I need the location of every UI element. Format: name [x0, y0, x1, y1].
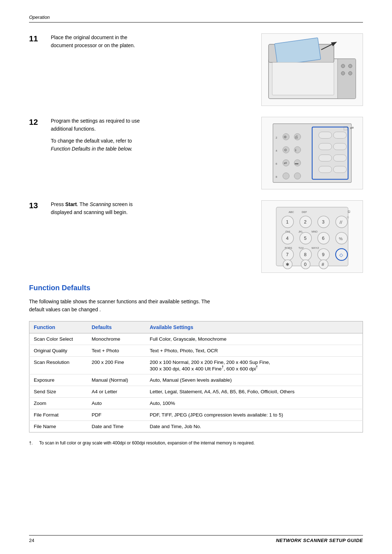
cell-available: Date and Time, Job No. [146, 421, 363, 432]
svg-text:4: 4 [275, 149, 277, 152]
svg-text:⬚: ⬚ [343, 126, 348, 131]
cell-defaults: Auto [87, 398, 146, 409]
svg-rect-34 [319, 155, 332, 161]
cell-available: Auto, Manual (Seven levels available) [146, 374, 363, 386]
table-row: File NameDate and TimeDate and Time, Job… [29, 421, 363, 432]
svg-point-6 [348, 64, 352, 68]
svg-text:2: 2 [304, 219, 307, 225]
table-body: Scan Color SelectMonochromeFull Color, G… [29, 333, 363, 432]
cell-defaults: PDF [87, 409, 146, 421]
step-13-image: ABC DEF 1 2 3 // GHI JKL [261, 200, 363, 273]
svg-point-8 [348, 71, 352, 75]
svg-text:JKL: JKL [298, 230, 303, 233]
svg-text:8: 8 [304, 252, 307, 257]
step-12: 12 Program the settings as required to u… [29, 117, 363, 189]
footer-page-number: 24 [29, 538, 34, 543]
table-row: Scan Color SelectMonochromeFull Color, G… [29, 333, 363, 345]
cell-defaults: Monochrome [87, 333, 146, 345]
svg-point-29 [294, 173, 301, 179]
svg-text:⊕: ⊕ [283, 135, 287, 139]
step-11-line1: Place the original document in thedocume… [51, 33, 254, 50]
svg-rect-30 [319, 132, 332, 139]
header: Operation [29, 15, 363, 22]
svg-text:MNO: MNO [311, 230, 318, 233]
cell-defaults: Date and Time [87, 421, 146, 432]
cell-function: Original Quality [29, 345, 87, 356]
svg-text:◇: ◇ [339, 253, 343, 258]
svg-text:4: 4 [286, 236, 289, 241]
col-header-function: Function [29, 321, 87, 333]
svg-text:1: 1 [286, 219, 289, 225]
step-12-image: 2 4 6 8 ⊕ 🖨 ⚙ ℹ [261, 117, 363, 189]
col-header-available: Available Settings [146, 321, 363, 333]
step-11-text: Place the original document in thedocume… [51, 33, 261, 53]
table-row: Original QualityText + PhotoText + Photo… [29, 345, 363, 356]
table-row: ZoomAutoAuto, 100% [29, 398, 363, 409]
svg-text:5: 5 [304, 236, 307, 241]
table-row: File FormatPDFPDF, TIFF, JPEG (JPEG comp… [29, 409, 363, 421]
svg-rect-31 [334, 132, 347, 139]
svg-text:7: 7 [286, 252, 289, 257]
table-row: Send SizeA4 or LetterLetter, Legal, Stat… [29, 386, 363, 398]
svg-text:2: 2 [275, 136, 277, 139]
svg-point-5 [341, 64, 345, 68]
svg-text:①: ① [347, 210, 351, 214]
svg-point-28 [283, 173, 289, 179]
page-footer: 24 NETWORK SCANNER SETUP GUIDE [29, 535, 363, 543]
svg-text:%: % [339, 236, 343, 241]
steps-section: 11 Place the original document in thedoc… [29, 33, 363, 273]
cell-function: Zoom [29, 398, 87, 409]
cell-function: File Format [29, 409, 87, 421]
svg-rect-36 [319, 166, 332, 173]
step-12-number: 12 [29, 117, 51, 127]
cell-available: 200 x 100 Normal, 200 x 200 Fine, 200 x … [146, 356, 363, 374]
cell-available: Full Color, Grayscale, Monochrome [146, 333, 363, 345]
footnote: †. To scan in full color or gray scale w… [29, 440, 363, 446]
step-13-line1: Press Start. The Scanning screen is disp… [51, 200, 254, 217]
cell-defaults: Text + Photo [87, 345, 146, 356]
cell-available: Letter, Legal, Statement, A4, A5, A6, B5… [146, 386, 363, 398]
svg-text:✱: ✱ [286, 262, 289, 267]
svg-text:3: 3 [322, 219, 324, 225]
step-12-text: Program the settings as required to use … [51, 117, 261, 156]
cell-function: File Name [29, 421, 87, 432]
svg-text:⇄: ⇄ [284, 161, 287, 165]
cell-function: Scan Resolution [29, 356, 87, 374]
step-11-image [261, 33, 363, 106]
svg-point-7 [341, 71, 345, 75]
svg-text:⇌: ⇌ [350, 126, 354, 131]
cell-available: Text + Photo, Photo, Text, OCR [146, 345, 363, 356]
step-11-number: 11 [29, 33, 51, 44]
step-12-note: To change the default value, refer to Fu… [51, 137, 254, 153]
svg-text:⑤: ⑤ [347, 216, 349, 219]
step-13-text: Press Start. The Scanning screen is disp… [51, 200, 261, 219]
cell-defaults: A4 or Letter [87, 386, 146, 398]
header-label: Operation [29, 15, 50, 20]
table-header-row: Function Defaults Available Settings [29, 321, 363, 333]
svg-text:6: 6 [322, 236, 324, 241]
function-defaults-title: Function Defaults [29, 284, 363, 292]
cell-defaults: 200 x 200 Fine [87, 356, 146, 374]
table-row: Scan Resolution200 x 200 Fine200 x 100 N… [29, 356, 363, 374]
svg-text:0: 0 [304, 262, 307, 267]
svg-text:#: # [322, 262, 324, 267]
function-defaults-section: Function Defaults The following table sh… [29, 284, 363, 446]
cell-function: Scan Color Select [29, 333, 87, 345]
svg-rect-35 [334, 155, 347, 161]
cell-available: Auto, 100% [146, 398, 363, 409]
svg-text:WXYZ: WXYZ [311, 246, 319, 250]
step-12-line1: Program the settings as required to use … [51, 117, 254, 133]
svg-text:8: 8 [275, 175, 277, 178]
page: Operation 11 Place the original document… [0, 0, 392, 554]
cell-function: Send Size [29, 386, 87, 398]
svg-rect-32 [319, 143, 332, 150]
svg-text:🖨: 🖨 [294, 135, 298, 139]
function-defaults-table: Function Defaults Available Settings Sca… [29, 321, 363, 433]
svg-text:⚙: ⚙ [284, 148, 287, 152]
footer-guide-title: NETWORK SCANNER SETUP GUIDE [276, 538, 363, 543]
step-13-number: 13 [29, 200, 51, 210]
svg-rect-37 [334, 166, 347, 173]
svg-text:DEF: DEF [302, 210, 307, 214]
footnote-symbol: †. [29, 440, 36, 446]
cell-defaults: Manual (Normal) [87, 374, 146, 386]
